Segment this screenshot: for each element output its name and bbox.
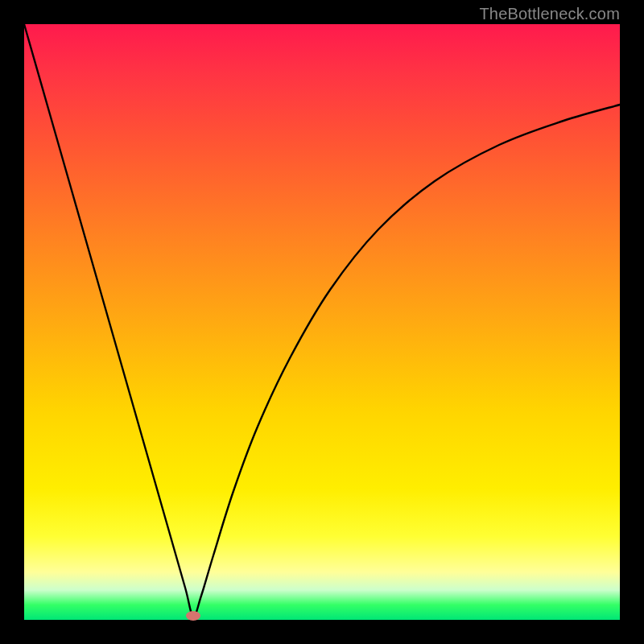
bottleneck-curve bbox=[24, 24, 620, 620]
minimum-marker bbox=[186, 611, 200, 621]
curve-path bbox=[24, 24, 620, 616]
attribution-text: TheBottleneck.com bbox=[479, 5, 620, 23]
